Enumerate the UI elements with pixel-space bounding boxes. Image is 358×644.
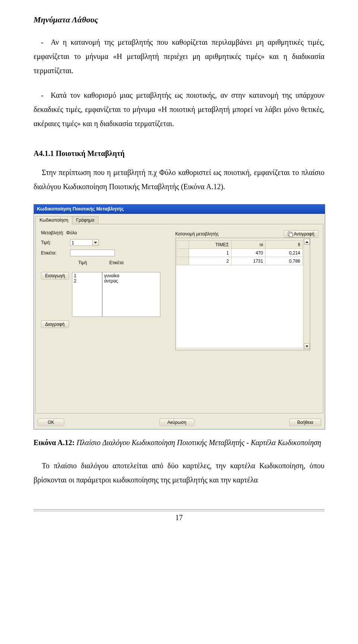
table-header-row: ΤΙΜΕΣ ni fi xyxy=(177,241,303,249)
grid-cell[interactable]: 1731 xyxy=(231,257,266,265)
sub-paragraph: Στην περίπτωση που η μεταβλητή π.χ Φύλο … xyxy=(34,165,324,194)
variable-name: Φύλο xyxy=(66,230,77,235)
help-button[interactable]: Βοήθεια xyxy=(289,419,321,426)
dialog-titlebar: Κωδικοποίηση Ποιοτικής Μεταβλητής xyxy=(34,204,325,214)
timi-combo[interactable]: 1 xyxy=(70,239,99,246)
chevron-down-icon xyxy=(94,242,97,244)
tab-panel-kodikopoiisi: Μεταβλητή: Φύλο Τιμή: 1 Ετικέτα: Τιμή xyxy=(35,224,323,413)
bullet1-text: Αν η κατανομή της μεταβλητής που καθορίζ… xyxy=(34,38,324,75)
distribution-grid-col: ΤΙΜΕΣ ni fi 1 470 0,214 xyxy=(176,238,304,350)
section-title: Μηνύματα Λάθους xyxy=(34,15,324,25)
timi-input[interactable]: 1 xyxy=(70,239,92,246)
grid-cell[interactable]: 0,786 xyxy=(266,257,303,265)
ok-button[interactable]: OK xyxy=(38,419,64,426)
table-row[interactable]: 2 1731 0,786 xyxy=(177,257,303,265)
distribution-grid-frame: ΤΙΜΕΣ ni fi 1 470 0,214 xyxy=(175,238,310,350)
footer-rule xyxy=(34,509,324,511)
grid-header-ni: ni xyxy=(231,241,266,249)
copy-button-label: Αντιγραφή xyxy=(294,231,314,237)
list-header-etiketa: Ετικέτα xyxy=(109,260,123,265)
etiketa-row: Ετικέτα: xyxy=(41,250,160,256)
grid-header-times: ΤΙΜΕΣ xyxy=(189,241,232,249)
etiketa-input[interactable] xyxy=(70,250,115,256)
grid-empty-area xyxy=(176,265,303,347)
grid-cell[interactable]: 1 xyxy=(189,249,232,257)
tab-kodikopoiisi[interactable]: Κωδικοποίηση xyxy=(35,216,72,224)
list-item[interactable]: γυναίκα xyxy=(104,273,158,278)
tab-grafima[interactable]: Γράφημα xyxy=(72,216,98,224)
list-buttons-column: Εισαγωγή Διαγραφή xyxy=(41,272,69,328)
dialog-tabs: Κωδικοποίηση Γράφημα xyxy=(34,214,325,224)
grid-cell[interactable]: 2 xyxy=(189,257,232,265)
chevron-up-icon xyxy=(305,241,308,243)
figure-caption: Εικόνα Α.12: Πλαίσιο Διαλόγου Κωδικοποίη… xyxy=(34,436,324,449)
grid-header-fi: fi xyxy=(266,241,303,249)
subheading: Α4.1.1 Ποιοτική Μεταβλητή xyxy=(34,149,324,158)
timi-label: Τιμή: xyxy=(41,240,70,245)
paragraph-bullet-1: -Αν η κατανομή της μεταβλητής που καθορί… xyxy=(34,35,324,78)
list-header-timi: Τιμή xyxy=(78,260,87,265)
right-column: Κατανομή μεταβλητής Αντιγραφή ΤΙΜΕΣ xyxy=(175,230,318,350)
distribution-title: Κατανομή μεταβλητής xyxy=(175,231,219,237)
left-column: Μεταβλητή: Φύλο Τιμή: 1 Ετικέτα: Τιμή xyxy=(41,230,160,328)
scroll-down-button[interactable] xyxy=(304,343,310,349)
list-timi[interactable]: 1 2 xyxy=(72,272,102,317)
delete-button[interactable]: Διαγραφή xyxy=(41,321,69,328)
copy-button[interactable]: Αντιγραφή xyxy=(284,230,318,238)
grid-scrollbar[interactable] xyxy=(304,238,310,350)
list-item[interactable]: 2 xyxy=(74,278,100,284)
list-headers: Τιμή Ετικέτα xyxy=(78,260,160,265)
grid-corner-cell xyxy=(177,241,189,249)
figure-caption-lead: Εικόνα Α.12: xyxy=(34,438,75,447)
grid-cell[interactable]: 470 xyxy=(231,249,266,257)
dash-marker: - xyxy=(34,35,51,49)
list-etiketa[interactable]: γυναίκα άντρας xyxy=(102,272,160,317)
document-page: Μηνύματα Λάθους -Αν η κατανομή της μεταβ… xyxy=(0,0,358,537)
insert-button[interactable]: Εισαγωγή xyxy=(41,272,69,279)
copy-icon xyxy=(288,232,292,236)
dash-marker: - xyxy=(34,88,51,102)
variable-row: Μεταβλητή: Φύλο xyxy=(41,230,160,235)
grid-rowhead-selected[interactable] xyxy=(177,249,189,257)
right-title-row: Κατανομή μεταβλητής Αντιγραφή xyxy=(175,230,318,238)
dialog-bottom-bar: OK Ακύρωση Βοήθεια xyxy=(34,416,325,429)
paragraph-bullet-2: -Κατά τον καθορισμό μιας μεταβλητής ως π… xyxy=(34,88,324,131)
grid-cell[interactable]: 0,214 xyxy=(266,249,303,257)
dialog-window: Κωδικοποίηση Ποιοτικής Μεταβλητής Κωδικο… xyxy=(34,204,325,429)
page-number: 17 xyxy=(34,513,324,522)
chevron-down-icon xyxy=(305,346,308,347)
table-row[interactable]: 1 470 0,214 xyxy=(177,249,303,257)
scroll-up-button[interactable] xyxy=(304,239,310,245)
grid-rowhead[interactable] xyxy=(177,257,189,265)
list-item[interactable]: 1 xyxy=(74,273,100,278)
bullet2-text: Κατά τον καθορισμό μιας μεταβλητής ως πο… xyxy=(34,91,324,128)
figure-caption-rest: Πλαίσιο Διαλόγου Κωδικοποίηση Ποιοτικής … xyxy=(75,438,321,447)
timi-row: Τιμή: 1 xyxy=(41,239,160,246)
etiketa-label: Ετικέτα: xyxy=(41,250,70,256)
lists-area: Εισαγωγή Διαγραφή 1 2 γυναίκα άντρας xyxy=(41,272,160,328)
variable-label: Μεταβλητή: xyxy=(41,230,64,235)
distribution-grid[interactable]: ΤΙΜΕΣ ni fi 1 470 0,214 xyxy=(176,240,303,347)
follow-paragraph: Το πλαίσιο διαλόγου αποτελείται από δύο … xyxy=(34,459,324,487)
list-item[interactable]: άντρας xyxy=(104,278,158,284)
timi-dropdown-button[interactable] xyxy=(92,239,99,246)
cancel-button[interactable]: Ακύρωση xyxy=(160,419,194,426)
